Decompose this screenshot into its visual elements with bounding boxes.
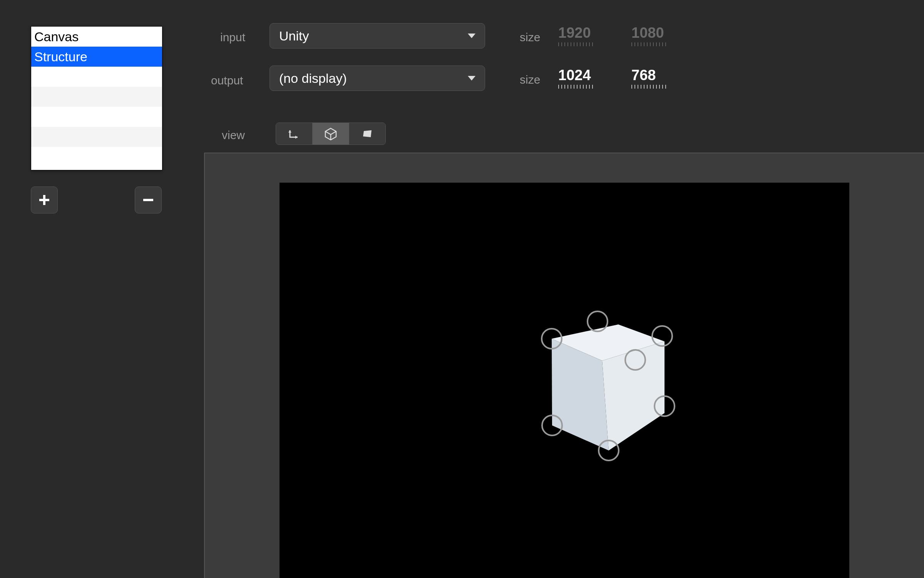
chevron-down-icon <box>468 76 475 81</box>
layer-row-empty[interactable] <box>31 107 162 127</box>
input-height-value[interactable]: 1080 <box>631 25 664 41</box>
svg-marker-51 <box>295 136 298 139</box>
view-label: view <box>222 129 245 142</box>
layer-row-empty[interactable] <box>31 67 162 87</box>
layer-label: Canvas <box>34 29 79 44</box>
input-dropdown-value: Unity <box>279 29 309 44</box>
output-dropdown-value: (no display) <box>279 71 347 86</box>
output-width-value[interactable]: 1024 <box>558 67 591 84</box>
chevron-down-icon <box>468 34 475 38</box>
view-mode-solid[interactable] <box>349 123 385 144</box>
svg-marker-55 <box>363 130 372 137</box>
layers-list[interactable]: Canvas Structure <box>31 26 162 170</box>
svg-point-60 <box>588 311 608 331</box>
viewport[interactable] <box>280 183 849 578</box>
output-height-scrubber[interactable] <box>631 85 668 89</box>
scene-cube[interactable] <box>280 183 849 578</box>
cube-outline-icon <box>324 127 337 140</box>
input-dropdown[interactable]: Unity <box>270 23 485 49</box>
input-width-value[interactable]: 1920 <box>558 25 591 41</box>
viewport-frame <box>204 153 924 578</box>
layer-row-empty[interactable] <box>31 127 162 147</box>
view-mode-transform[interactable] <box>276 123 313 144</box>
output-width-scrubber[interactable] <box>558 85 595 89</box>
view-mode-wireframe[interactable] <box>313 123 349 144</box>
input-size-label: size <box>520 31 540 44</box>
layer-row-empty[interactable] <box>31 147 162 167</box>
view-mode-toggle <box>276 123 386 145</box>
svg-marker-52 <box>288 130 291 133</box>
svg-rect-1 <box>39 199 49 201</box>
minus-icon <box>142 194 154 206</box>
input-width-scrubber[interactable] <box>558 42 595 46</box>
transform-icon <box>288 127 301 140</box>
solid-shape-icon <box>361 127 374 140</box>
output-label: output <box>211 74 243 87</box>
layer-row-empty[interactable] <box>31 87 162 107</box>
remove-layer-button[interactable] <box>135 187 162 213</box>
output-height-value[interactable]: 768 <box>631 67 656 84</box>
layer-row-canvas[interactable]: Canvas <box>31 27 162 47</box>
input-label: input <box>220 31 245 44</box>
layer-label: Structure <box>34 49 87 64</box>
layer-row-structure[interactable]: Structure <box>31 47 162 67</box>
layers-panel: Canvas Structure <box>31 26 162 213</box>
svg-rect-2 <box>143 199 153 201</box>
plus-icon <box>38 194 50 206</box>
output-size-label: size <box>520 73 540 86</box>
input-height-scrubber[interactable] <box>631 42 668 46</box>
add-layer-button[interactable] <box>31 187 58 213</box>
output-dropdown[interactable]: (no display) <box>270 66 485 91</box>
